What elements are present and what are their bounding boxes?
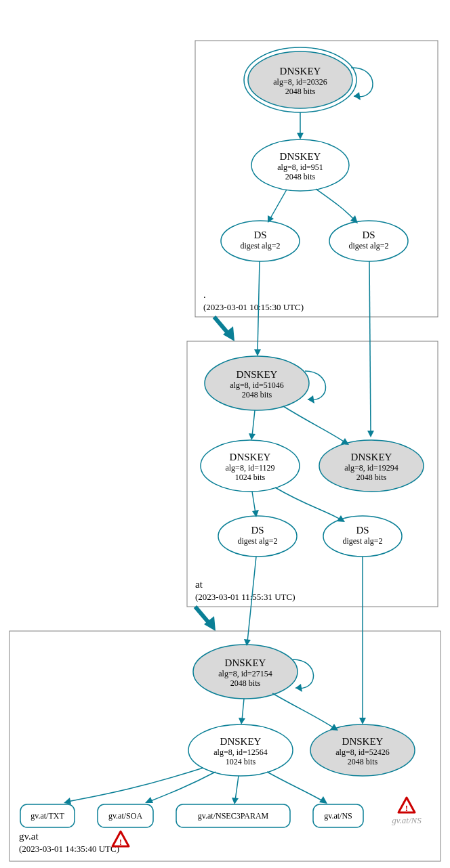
svg-text:2048 bits: 2048 bits xyxy=(285,172,316,181)
svg-marker-6 xyxy=(354,92,361,100)
edge-gv-zsk-nsec3 xyxy=(235,776,239,800)
svg-marker-37 xyxy=(249,433,255,440)
edge-gv-zsk-soa xyxy=(149,772,216,802)
node-gv-soa: gv.at/SOA xyxy=(98,804,153,827)
svg-text:DNSKEY: DNSKEY xyxy=(220,736,262,747)
svg-text:1024 bits: 1024 bits xyxy=(235,473,266,482)
svg-text:2048 bits: 2048 bits xyxy=(242,390,272,399)
svg-text:alg=8, id=51046: alg=8, id=51046 xyxy=(230,381,284,390)
svg-text:DNSKEY: DNSKEY xyxy=(351,452,392,462)
node-gv-txt: gv.at/TXT xyxy=(20,804,75,827)
node-gv-key2: DNSKEY alg=8, id=52426 2048 bits xyxy=(310,724,415,776)
node-root-zsk: DNSKEY alg=8, id=951 2048 bits xyxy=(251,139,349,191)
edge-gv-zsk-ns xyxy=(267,772,324,802)
svg-marker-28 xyxy=(367,431,374,437)
svg-text:gv.at/TXT: gv.at/TXT xyxy=(30,811,64,821)
svg-marker-64 xyxy=(239,718,245,724)
svg-marker-74 xyxy=(64,798,71,804)
svg-text:DNSKEY: DNSKEY xyxy=(342,736,384,747)
svg-text:1024 bits: 1024 bits xyxy=(226,757,256,766)
node-at-key2: DNSKEY alg=8, id=19294 2048 bits xyxy=(319,440,424,492)
edge-gv-zsk-txt xyxy=(68,768,203,802)
warning-gv-ns: ! gv.at/NS xyxy=(392,798,422,825)
zone-at-timestamp: (2023-03-01 11:55:31 UTC) xyxy=(195,592,295,602)
edge-root-ds2-to-at-key2 xyxy=(369,261,371,433)
node-gv-ksk: DNSKEY alg=8, id=27154 2048 bits xyxy=(193,645,298,699)
svg-text:gv.at/NS: gv.at/NS xyxy=(324,811,352,821)
svg-text:!: ! xyxy=(119,837,122,847)
svg-text:DNSKEY: DNSKEY xyxy=(280,66,321,77)
svg-text:DNSKEY: DNSKEY xyxy=(237,369,278,380)
svg-text:digest alg=2: digest alg=2 xyxy=(342,536,382,546)
node-root-ds2: DS digest alg=2 xyxy=(329,221,408,261)
edge-at-ksk-key2 xyxy=(283,406,346,443)
svg-marker-55 xyxy=(359,718,366,724)
svg-text:alg=8, id=951: alg=8, id=951 xyxy=(277,162,323,172)
svg-text:alg=8, id=12564: alg=8, id=12564 xyxy=(213,747,268,757)
svg-text:2048 bits: 2048 bits xyxy=(356,473,387,482)
svg-marker-26 xyxy=(308,395,314,404)
node-at-ksk: DNSKEY alg=8, id=51046 2048 bits xyxy=(205,356,309,410)
svg-text:DNSKEY: DNSKEY xyxy=(225,657,266,668)
svg-text:alg=8, id=1129: alg=8, id=1129 xyxy=(225,463,274,473)
svg-text:gv.at/NS: gv.at/NS xyxy=(392,815,422,825)
zone-gvat-label: gv.at xyxy=(19,831,39,842)
svg-text:DNSKEY: DNSKEY xyxy=(280,151,321,162)
svg-text:digest alg=2: digest alg=2 xyxy=(240,241,280,251)
svg-text:DNSKEY: DNSKEY xyxy=(230,452,271,462)
node-at-ds1: DS digest alg=2 xyxy=(218,516,297,557)
zone-root-timestamp: (2023-03-01 10:15:30 UTC) xyxy=(203,302,304,312)
svg-marker-38 xyxy=(341,438,349,445)
node-gv-zsk: DNSKEY alg=8, id=12564 1024 bits xyxy=(188,724,293,776)
svg-text:DS: DS xyxy=(356,525,369,536)
node-at-zsk: DNSKEY alg=8, id=1129 1024 bits xyxy=(201,440,300,492)
svg-text:alg=8, id=27154: alg=8, id=27154 xyxy=(218,669,272,678)
edge-root-zsk-ds2 xyxy=(316,189,355,221)
svg-text:alg=8, id=52426: alg=8, id=52426 xyxy=(335,747,390,757)
svg-text:2048 bits: 2048 bits xyxy=(285,87,316,96)
edge-at-zsk-ds1 xyxy=(252,492,255,513)
svg-marker-53 xyxy=(295,684,302,692)
zone-at-label: at xyxy=(195,579,203,590)
node-root-ksk: DNSKEY alg=8, id=20326 2048 bits xyxy=(244,47,356,112)
node-gv-nsec3param: gv.at/NSEC3PARAM xyxy=(176,804,290,827)
svg-marker-27 xyxy=(254,349,261,356)
svg-marker-65 xyxy=(330,724,338,731)
svg-text:gv.at/SOA: gv.at/SOA xyxy=(108,811,143,821)
svg-marker-75 xyxy=(145,797,153,803)
edge-at-ksk-zsk xyxy=(252,410,255,436)
zone-gvat-timestamp: (2023-03-01 14:35:40 UTC) xyxy=(19,844,119,854)
svg-text:!: ! xyxy=(405,803,408,813)
zone-root-label: . xyxy=(203,289,206,300)
edge-gv-ksk-zsk xyxy=(242,699,244,720)
svg-text:DS: DS xyxy=(362,230,375,240)
svg-text:gv.at/NSEC3PARAM: gv.at/NSEC3PARAM xyxy=(198,811,269,821)
warning-zone-gvat: ! xyxy=(112,831,129,847)
edge-root-zsk-ds1 xyxy=(270,190,287,219)
node-gv-ns: gv.at/NS xyxy=(313,804,363,827)
edge-gv-ksk-key2 xyxy=(272,693,335,729)
svg-text:alg=8, id=20326: alg=8, id=20326 xyxy=(273,77,327,87)
edge-root-ksk-self xyxy=(351,68,373,97)
svg-text:digest alg=2: digest alg=2 xyxy=(237,536,277,546)
svg-text:alg=8, id=19294: alg=8, id=19294 xyxy=(344,463,398,473)
svg-text:digest alg=2: digest alg=2 xyxy=(348,241,388,251)
svg-marker-11 xyxy=(297,133,304,139)
node-root-ds1: DS digest alg=2 xyxy=(221,221,300,261)
svg-text:DS: DS xyxy=(251,525,264,536)
node-at-ds2: DS digest alg=2 xyxy=(323,516,402,557)
svg-text:2048 bits: 2048 bits xyxy=(348,757,378,766)
svg-text:2048 bits: 2048 bits xyxy=(230,678,261,688)
edge-at-zsk-ds2 xyxy=(275,487,342,520)
svg-text:DS: DS xyxy=(253,230,266,240)
svg-marker-76 xyxy=(232,798,239,804)
